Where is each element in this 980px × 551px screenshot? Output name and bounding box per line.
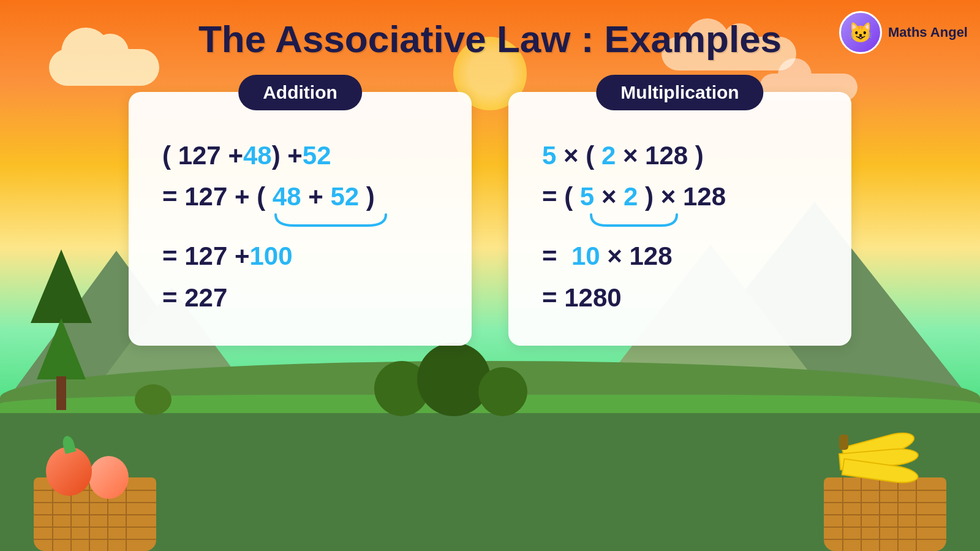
peach-fruit-2 [89, 456, 129, 499]
multiplication-math: 5 × ( 2 × 128 ) = ( 5 × 2 ) × 128 [542, 135, 818, 318]
content-area: Addition ( 127 + 48 ) + 52 = 127 + ( 48 … [0, 92, 980, 346]
addition-line2: = 127 + ( 48 + 52 ) [162, 176, 438, 217]
brace-group: 48 + 52 [273, 176, 359, 217]
bush-center [374, 343, 527, 416]
mult-line2-container: = ( 5 × 2 ) × 128 [542, 176, 818, 217]
multiplication-card: Multiplication 5 × ( 2 × 128 ) = ( 5 × 2… [508, 92, 851, 346]
addition-line4: = 227 [162, 277, 438, 318]
mult-line3: = 10 × 128 [542, 235, 818, 276]
brace-svg [270, 213, 392, 230]
addition-line1: ( 127 + 48 ) + 52 [162, 135, 438, 176]
banana-bunch [830, 431, 928, 493]
mult-line2: = ( 5 × 2 ) × 128 [542, 176, 818, 217]
basket-right [824, 477, 946, 551]
addition-badge: Addition [238, 75, 362, 110]
mult-line4: = 1280 [542, 277, 818, 318]
page-title: The Associative Law : Examples [198, 17, 782, 61]
logo: 😺 Maths Angel [839, 11, 968, 54]
addition-line3: = 127 + 100 [162, 235, 438, 276]
logo-text: Maths Angel [888, 25, 968, 40]
bush-left [135, 384, 172, 415]
mult-brace-group: 5 × 2 [580, 176, 638, 217]
mult-brace-svg [585, 213, 683, 230]
addition-math: ( 127 + 48 ) + 52 = 127 + ( 48 + 52 ) [162, 135, 438, 318]
peach-fruit [46, 447, 92, 496]
addition-line2-container: = 127 + ( 48 + 52 ) [162, 176, 438, 217]
basket-left [34, 477, 156, 551]
multiplication-badge: Multiplication [596, 75, 763, 110]
mult-line1: 5 × ( 2 × 128 ) [542, 135, 818, 176]
cloud-left [49, 49, 159, 86]
logo-icon: 😺 [839, 11, 882, 54]
addition-card: Addition ( 127 + 48 ) + 52 = 127 + ( 48 … [129, 92, 472, 346]
